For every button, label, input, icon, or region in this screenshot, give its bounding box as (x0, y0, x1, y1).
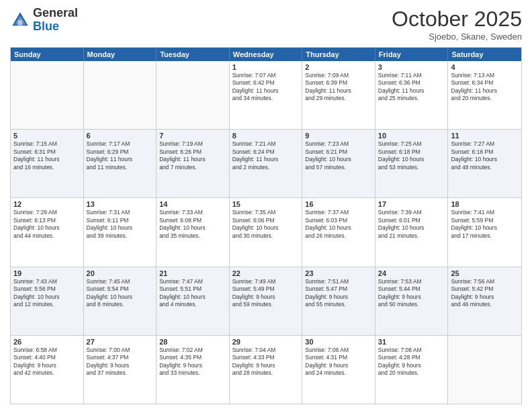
day-number: 24 (378, 269, 445, 277)
day-info: Sunrise: 7:35 AM Sunset: 6:06 PM Dayligh… (232, 209, 300, 240)
day-cell: 23Sunrise: 7:51 AM Sunset: 5:47 PM Dayli… (302, 267, 375, 335)
week-row-5: 26Sunrise: 6:58 AM Sunset: 4:40 PM Dayli… (11, 335, 521, 404)
week-row-2: 5Sunrise: 7:15 AM Sunset: 6:31 PM Daylig… (11, 129, 521, 197)
day-cell: 16Sunrise: 7:37 AM Sunset: 6:03 PM Dayli… (302, 198, 375, 266)
day-cell: 12Sunrise: 7:29 AM Sunset: 6:13 PM Dayli… (11, 198, 84, 266)
day-info: Sunrise: 7:19 AM Sunset: 6:26 PM Dayligh… (159, 140, 226, 171)
day-info: Sunrise: 7:43 AM Sunset: 5:56 PM Dayligh… (13, 278, 81, 309)
day-cell: 3Sunrise: 7:11 AM Sunset: 6:36 PM Daylig… (375, 61, 449, 129)
day-number: 17 (378, 200, 445, 208)
day-info: Sunrise: 7:02 AM Sunset: 4:35 PM Dayligh… (159, 347, 226, 377)
day-info: Sunrise: 7:06 AM Sunset: 4:31 PM Dayligh… (305, 347, 372, 377)
day-info: Sunrise: 7:47 AM Sunset: 5:51 PM Dayligh… (159, 278, 226, 309)
day-cell: 11Sunrise: 7:27 AM Sunset: 6:16 PM Dayli… (448, 130, 521, 197)
day-cell: 15Sunrise: 7:35 AM Sunset: 6:06 PM Dayli… (230, 198, 303, 266)
calendar-body: 1Sunrise: 7:07 AM Sunset: 6:42 PM Daylig… (11, 61, 521, 404)
day-number: 19 (13, 269, 81, 277)
day-info: Sunrise: 6:58 AM Sunset: 4:40 PM Dayligh… (13, 347, 81, 377)
day-number: 13 (87, 200, 154, 208)
day-header-friday: Friday (375, 48, 449, 61)
day-cell (448, 336, 521, 404)
day-number: 21 (159, 269, 226, 277)
day-info: Sunrise: 7:51 AM Sunset: 5:47 PM Dayligh… (305, 278, 372, 309)
day-info: Sunrise: 7:07 AM Sunset: 6:42 PM Dayligh… (232, 72, 300, 103)
day-number: 1 (232, 63, 300, 71)
day-number: 12 (13, 200, 81, 208)
day-number: 2 (305, 63, 372, 71)
day-info: Sunrise: 7:49 AM Sunset: 5:49 PM Dayligh… (232, 278, 300, 309)
day-cell: 31Sunrise: 7:08 AM Sunset: 4:28 PM Dayli… (375, 336, 449, 404)
day-info: Sunrise: 7:56 AM Sunset: 5:42 PM Dayligh… (451, 278, 519, 309)
day-header-wednesday: Wednesday (230, 48, 303, 61)
day-number: 8 (232, 132, 300, 140)
day-number: 9 (305, 132, 372, 140)
day-headers: SundayMondayTuesdayWednesdayThursdayFrid… (11, 48, 521, 61)
day-number: 20 (87, 269, 154, 277)
week-row-3: 12Sunrise: 7:29 AM Sunset: 6:13 PM Dayli… (11, 197, 521, 266)
title-block: October 2025 Sjoebo, Skane, Sweden (392, 7, 522, 42)
day-info: Sunrise: 7:00 AM Sunset: 4:37 PM Dayligh… (87, 347, 154, 377)
day-number: 28 (159, 338, 226, 346)
day-number: 3 (378, 63, 445, 71)
day-cell (84, 61, 157, 129)
week-row-4: 19Sunrise: 7:43 AM Sunset: 5:56 PM Dayli… (11, 267, 521, 335)
logo-blue: Blue (33, 20, 78, 34)
day-info: Sunrise: 7:09 AM Sunset: 6:39 PM Dayligh… (305, 72, 372, 103)
day-info: Sunrise: 7:25 AM Sunset: 6:18 PM Dayligh… (378, 140, 445, 171)
day-info: Sunrise: 7:11 AM Sunset: 6:36 PM Dayligh… (378, 72, 445, 103)
day-cell: 6Sunrise: 7:17 AM Sunset: 6:29 PM Daylig… (84, 130, 157, 197)
day-cell: 9Sunrise: 7:23 AM Sunset: 6:21 PM Daylig… (302, 130, 375, 197)
day-header-monday: Monday (84, 48, 157, 61)
day-number: 25 (451, 269, 519, 277)
day-cell: 17Sunrise: 7:39 AM Sunset: 6:01 PM Dayli… (375, 198, 449, 266)
day-info: Sunrise: 7:04 AM Sunset: 4:33 PM Dayligh… (232, 347, 300, 377)
day-info: Sunrise: 7:21 AM Sunset: 6:24 PM Dayligh… (232, 140, 300, 171)
day-info: Sunrise: 7:31 AM Sunset: 6:11 PM Dayligh… (87, 209, 154, 240)
day-cell: 26Sunrise: 6:58 AM Sunset: 4:40 PM Dayli… (11, 336, 84, 404)
day-number: 18 (451, 200, 519, 208)
day-cell: 21Sunrise: 7:47 AM Sunset: 5:51 PM Dayli… (157, 267, 230, 335)
day-info: Sunrise: 7:15 AM Sunset: 6:31 PM Dayligh… (13, 140, 81, 171)
day-cell: 8Sunrise: 7:21 AM Sunset: 6:24 PM Daylig… (230, 130, 303, 197)
logo: General Blue (10, 7, 78, 34)
day-info: Sunrise: 7:33 AM Sunset: 6:08 PM Dayligh… (159, 209, 226, 240)
subtitle: Sjoebo, Skane, Sweden (392, 32, 522, 42)
day-number: 22 (232, 269, 300, 277)
day-number: 29 (232, 338, 300, 346)
logo-text: General Blue (33, 7, 78, 34)
day-cell: 24Sunrise: 7:53 AM Sunset: 5:44 PM Dayli… (375, 267, 449, 335)
day-cell (11, 61, 84, 129)
logo-general: General (33, 7, 78, 20)
day-info: Sunrise: 7:41 AM Sunset: 5:59 PM Dayligh… (451, 209, 519, 240)
day-number: 15 (232, 200, 300, 208)
day-header-tuesday: Tuesday (157, 48, 230, 61)
day-info: Sunrise: 7:27 AM Sunset: 6:16 PM Dayligh… (451, 140, 519, 171)
day-cell: 7Sunrise: 7:19 AM Sunset: 6:26 PM Daylig… (157, 130, 230, 197)
logo-icon (10, 10, 30, 30)
day-cell: 1Sunrise: 7:07 AM Sunset: 6:42 PM Daylig… (230, 61, 303, 129)
day-cell: 22Sunrise: 7:49 AM Sunset: 5:49 PM Dayli… (230, 267, 303, 335)
day-number: 5 (13, 132, 81, 140)
day-number: 6 (87, 132, 154, 140)
day-info: Sunrise: 7:45 AM Sunset: 5:54 PM Dayligh… (87, 278, 154, 309)
day-number: 10 (378, 132, 445, 140)
day-info: Sunrise: 7:13 AM Sunset: 6:34 PM Dayligh… (451, 72, 519, 103)
day-info: Sunrise: 7:23 AM Sunset: 6:21 PM Dayligh… (305, 140, 372, 171)
day-cell: 25Sunrise: 7:56 AM Sunset: 5:42 PM Dayli… (448, 267, 521, 335)
day-number: 26 (13, 338, 81, 346)
day-info: Sunrise: 7:53 AM Sunset: 5:44 PM Dayligh… (378, 278, 445, 309)
day-number: 16 (305, 200, 372, 208)
day-info: Sunrise: 7:39 AM Sunset: 6:01 PM Dayligh… (378, 209, 445, 240)
day-number: 4 (451, 63, 519, 71)
day-cell: 18Sunrise: 7:41 AM Sunset: 5:59 PM Dayli… (448, 198, 521, 266)
day-info: Sunrise: 7:29 AM Sunset: 6:13 PM Dayligh… (13, 209, 81, 240)
day-number: 31 (378, 338, 445, 346)
day-cell: 19Sunrise: 7:43 AM Sunset: 5:56 PM Dayli… (11, 267, 84, 335)
day-cell: 28Sunrise: 7:02 AM Sunset: 4:35 PM Dayli… (157, 336, 230, 404)
day-info: Sunrise: 7:17 AM Sunset: 6:29 PM Dayligh… (87, 140, 154, 171)
svg-rect-2 (18, 20, 23, 26)
calendar: SundayMondayTuesdayWednesdayThursdayFrid… (10, 47, 522, 404)
day-number: 14 (159, 200, 226, 208)
day-info: Sunrise: 7:37 AM Sunset: 6:03 PM Dayligh… (305, 209, 372, 240)
day-header-sunday: Sunday (11, 48, 84, 61)
